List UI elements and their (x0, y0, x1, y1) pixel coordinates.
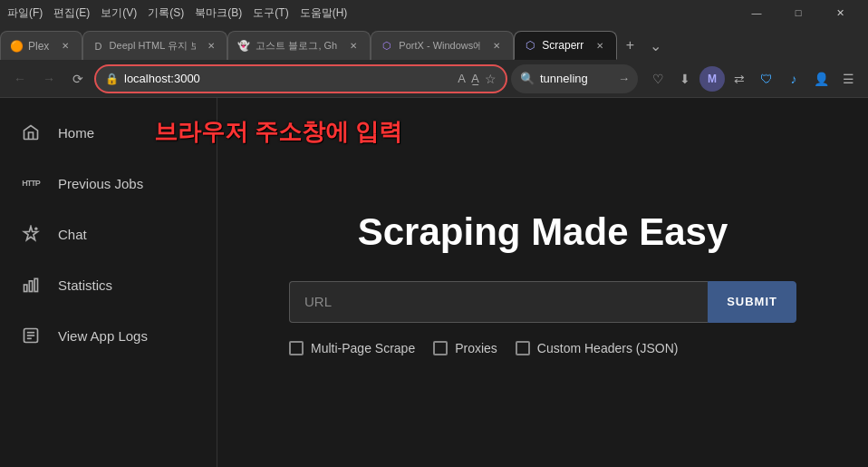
address-input[interactable] (124, 72, 452, 85)
new-tab-button[interactable]: + (617, 33, 642, 58)
search-arrow[interactable]: → (618, 72, 630, 85)
back-button[interactable]: ← (7, 66, 33, 92)
menu-file[interactable]: 파일(F) (7, 5, 43, 21)
tab-plex[interactable]: 🟠 Plex ✕ (0, 31, 82, 60)
proxies-option[interactable]: Proxies (433, 341, 497, 355)
menu-tools[interactable]: 도구(T) (253, 5, 288, 21)
multi-page-scrape-checkbox[interactable] (289, 341, 304, 355)
custom-headers-checkbox[interactable] (516, 341, 530, 355)
multi-page-scrape-option[interactable]: Multi-Page Scrape (289, 341, 415, 355)
reload-button[interactable]: ⟳ (65, 66, 91, 92)
submit-button[interactable]: SUBMIT (708, 281, 796, 323)
custom-headers-option[interactable]: Custom Headers (JSON) (516, 341, 679, 355)
avatar-icon[interactable]: 👤 (808, 66, 834, 92)
menu-edit[interactable]: 편집(E) (53, 5, 90, 21)
menu-view[interactable]: 보기(V) (101, 5, 137, 21)
sidebar-item-statistics[interactable]: Statistics (0, 259, 217, 310)
sidebar: Home HTTP Previous Jobs Chat (0, 98, 217, 467)
tab-deepl-close[interactable]: ✕ (205, 39, 217, 54)
proxies-checkbox[interactable] (433, 341, 448, 355)
tab-bar: 🟠 Plex ✕ D Deepl HTML 유지 보... ✕ 👻 고스트 블로… (0, 25, 868, 60)
toolbar-icons: ♡ ⬇ M ⇄ 🛡 ♪ 👤 ☰ (645, 66, 861, 92)
menu-help[interactable]: 도움말(H) (300, 5, 348, 21)
menu-bar: 파일(F) 편집(E) 보기(V) 기록(S) 북마크(B) 도구(T) 도움말… (0, 0, 868, 25)
tab-portx-label: PortX - Windows에... (399, 39, 480, 53)
address-bar-row: ← → ⟳ 🔒 A A̲ ☆ 🔍 → ♡ ⬇ M ⇄ 🛡 ♪ 👤 ☰ (0, 60, 868, 98)
svg-point-0 (34, 228, 37, 230)
logs-icon (18, 323, 43, 348)
profile-icon[interactable]: M (699, 66, 725, 92)
sidebar-item-previous-jobs[interactable]: HTTP Previous Jobs (0, 158, 217, 209)
tab-scraperr-close[interactable]: ✕ (593, 38, 607, 53)
reader-icon[interactable]: A̲ (471, 72, 479, 85)
tab-deepl-label: Deepl HTML 유지 보... (110, 39, 197, 53)
shield-icon[interactable]: 🛡 (754, 66, 779, 92)
proxies-label: Proxies (455, 341, 497, 355)
tab-portx-close[interactable]: ✕ (489, 39, 504, 54)
sidebar-previous-jobs-label: Previous Jobs (58, 176, 143, 191)
fav-toolbar-icon[interactable]: ♡ (645, 66, 670, 92)
sync-icon[interactable]: ⇄ (727, 66, 752, 92)
svg-rect-1 (24, 285, 27, 292)
url-row: SUBMIT (289, 281, 796, 323)
sidebar-item-home[interactable]: Home (0, 107, 217, 158)
tab-ghost-favicon: 👻 (237, 40, 250, 53)
download-icon[interactable]: ⬇ (672, 66, 698, 92)
tab-ghost-label: 고스트 블로그, Gho... (256, 39, 337, 53)
custom-headers-label: Custom Headers (JSON) (537, 341, 679, 355)
tab-portx[interactable]: ⬡ PortX - Windows에... ✕ (371, 31, 514, 60)
tab-scraperr-favicon: ⬡ (524, 39, 536, 52)
minimize-button[interactable]: — (736, 3, 777, 23)
url-input[interactable] (289, 281, 708, 323)
tab-ghost-close[interactable]: ✕ (346, 39, 361, 54)
http-icon: HTTP (18, 170, 43, 196)
bar-chart-icon (18, 272, 43, 297)
forward-button[interactable]: → (36, 66, 62, 92)
sidebar-item-view-app-logs[interactable]: View App Logs (0, 310, 217, 361)
translate-icon[interactable]: A (458, 72, 466, 85)
sidebar-statistics-label: Statistics (58, 277, 112, 293)
sidebar-chat-label: Chat (58, 227, 87, 242)
sidebar-logs-label: View App Logs (58, 328, 148, 344)
tab-plex-favicon: 🟠 (10, 40, 23, 53)
hero-title: Scraping Made Easy (358, 210, 728, 254)
tab-portx-favicon: ⬡ (381, 40, 393, 53)
main-content: Scraping Made Easy SUBMIT Multi-Page Scr… (217, 98, 868, 467)
tab-plex-close[interactable]: ✕ (58, 39, 72, 54)
tab-deepl-favicon: D (92, 40, 103, 53)
multi-page-scrape-label: Multi-Page Scrape (311, 341, 415, 355)
menu-icon[interactable]: ☰ (835, 66, 861, 92)
tab-deepl[interactable]: D Deepl HTML 유지 보... ✕ (82, 31, 227, 60)
tab-more-button[interactable]: ⌄ (642, 33, 668, 58)
close-button[interactable]: ✕ (819, 3, 861, 23)
sidebar-item-chat[interactable]: Chat (0, 209, 217, 259)
svg-rect-3 (34, 278, 37, 291)
bookmark-icon[interactable]: ☆ (485, 72, 497, 86)
tab-scraperr-label: Scraperr (542, 39, 583, 52)
tab-ghost[interactable]: 👻 고스트 블로그, Gho... ✕ (227, 31, 371, 60)
home-icon (18, 120, 43, 145)
svg-rect-2 (29, 281, 32, 292)
maximize-button[interactable]: □ (777, 3, 819, 23)
music-icon[interactable]: ♪ (781, 66, 806, 92)
sidebar-home-label: Home (58, 125, 94, 141)
search-bar-container: 🔍 → (511, 64, 638, 93)
search-input[interactable] (540, 72, 612, 85)
address-bar-container: 🔒 A A̲ ☆ (94, 64, 507, 93)
search-icon: 🔍 (520, 72, 535, 85)
tab-plex-label: Plex (28, 40, 49, 53)
lock-icon: 🔒 (105, 73, 119, 85)
options-row: Multi-Page Scrape Proxies Custom Headers… (289, 341, 796, 355)
menu-history[interactable]: 기록(S) (148, 5, 184, 21)
tab-scraperr[interactable]: ⬡ Scraperr ✕ (514, 31, 617, 60)
menu-bookmarks[interactable]: 북마크(B) (195, 5, 242, 21)
app-body: Home HTTP Previous Jobs Chat (0, 98, 868, 467)
window-controls: — □ ✕ (736, 3, 861, 23)
sparkle-icon (18, 221, 43, 247)
